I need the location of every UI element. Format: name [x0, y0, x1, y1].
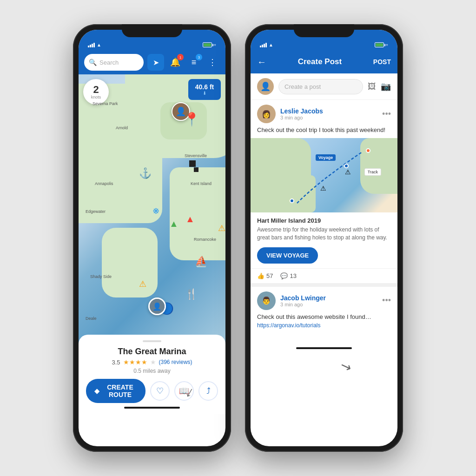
map-app-header: 🔍 Search ➤ 🔔 1 ≡ 3 ⋮ — [79, 50, 225, 74]
post-1-desc-text: Awesome trip for the holiday weekend wit… — [257, 226, 391, 242]
user-avatar-map-2: 👤 — [148, 298, 166, 315]
square-marker-1 — [189, 160, 196, 167]
post-2-time: 3 min ago — [280, 302, 377, 307]
map-label-arnold: Arnold — [116, 126, 128, 130]
post-2-avatar: 👨 — [257, 291, 276, 310]
signal-bar-1 — [88, 46, 89, 47]
post-2-main-text: Check out this awesome website I found… — [257, 313, 371, 320]
post-1-actions: 👍 57 💬 13 — [251, 268, 397, 283]
distance-text: 0.5 miles away — [86, 368, 218, 374]
status-icons-left-1: ▲ — [88, 42, 101, 47]
phone-social-inner: ▲ + ← Create Post POST 👤 — [251, 30, 397, 446]
warning-map-icon-2: ⚠ — [320, 185, 326, 192]
action-row: ◆ CREATE ROUTE ♡ 📖 ⤴ — [86, 379, 218, 403]
battery-plus-1: + — [214, 43, 216, 47]
back-btn[interactable]: ← — [257, 57, 266, 67]
user-avatar-img: 👤 — [257, 78, 274, 95]
route-diamond-icon: ◆ — [94, 387, 99, 395]
create-route-button[interactable]: ◆ CREATE ROUTE — [86, 379, 145, 403]
post-input-field[interactable]: Create a post — [278, 79, 363, 94]
post-2-more-btn[interactable]: ••• — [382, 296, 391, 305]
phone-social: ▲ + ← Create Post POST 👤 — [245, 24, 403, 452]
voyage-label: Voyage — [316, 154, 336, 161]
map-label-edgewater: Edgewater — [86, 209, 106, 214]
home-indicator-2 — [296, 347, 352, 349]
book-icon: 📖 — [179, 386, 189, 396]
share-icon: ⤴ — [206, 386, 211, 396]
buoy-red-icon: ▲ — [185, 214, 195, 225]
location-pin-icon: 📍 — [184, 112, 200, 127]
anchor-icon: ⚓ — [139, 167, 152, 179]
battery-fill-2 — [376, 43, 383, 46]
signal-bar-3 — [92, 44, 93, 47]
restaurant-icon: 🍴 — [185, 288, 198, 300]
like-count[interactable]: 👍 57 — [257, 272, 273, 279]
depth-value: 40.6 ft — [195, 83, 214, 91]
post-1-text: Check out the cool trip I took this past… — [251, 126, 397, 138]
image-btn[interactable]: 🖼 — [368, 82, 376, 92]
wifi-icon-1: ▲ — [97, 42, 101, 47]
notch-2 — [294, 24, 354, 37]
status-icons-left-2: ▲ — [260, 42, 273, 47]
search-placeholder: Search — [99, 59, 139, 66]
map-label-deale: Deale — [86, 316, 97, 321]
comment-number: 13 — [290, 272, 296, 279]
post-button[interactable]: POST — [373, 58, 391, 66]
handle-bar — [143, 340, 161, 342]
post-2-info: Jacob Lwinger 3 min ago — [280, 294, 377, 307]
depth-indicator: 40.6 ft ⬇ — [188, 79, 221, 100]
view-voyage-button[interactable]: VIEW VOYAGE — [257, 247, 318, 264]
bottom-panel: The Great Marina 3.5 ★★★★ ★ (396 reviews… — [79, 335, 225, 414]
notch-1 — [122, 24, 182, 37]
more-btn-1[interactable]: ⋮ — [205, 55, 220, 70]
nav-direction-btn[interactable]: ➤ — [147, 54, 164, 71]
warning-map-icon: ⚠ — [345, 168, 351, 176]
feed-scroll[interactable]: 👩 Leslie Jacobs 3 min ago ••• Check out … — [251, 100, 397, 446]
post-1-header: 👩 Leslie Jacobs 3 min ago ••• — [251, 100, 397, 126]
like-number: 57 — [266, 272, 273, 279]
map-label-severna: Severna Park — [93, 101, 118, 106]
depth-arrow: ⬇ — [203, 91, 206, 96]
battery-plus-2: + — [386, 43, 388, 47]
filter-badge: 3 — [196, 54, 202, 60]
post-2-name: Jacob Lwinger — [280, 294, 377, 302]
post-2-link[interactable]: https://argonav.io/tutorials — [257, 322, 321, 329]
camera-btn[interactable]: 📷 — [381, 81, 391, 92]
heart-icon: ♡ — [156, 386, 164, 396]
buoy-green-icon: ▲ — [169, 218, 178, 229]
favorite-button[interactable]: ♡ — [150, 381, 170, 401]
filter-btn[interactable]: ≡ 3 — [186, 55, 201, 70]
post-2-header: 👨 Jacob Lwinger 3 min ago ••• — [251, 287, 397, 313]
sailboat-icon: ⛵ — [195, 256, 207, 268]
wifi-icon-2: ▲ — [269, 42, 273, 47]
signal-bar-8 — [265, 43, 267, 47]
share-button[interactable]: ⤴ — [198, 381, 218, 401]
map-view[interactable]: 2 knots 40.6 ft ⬇ 👤 ⚓ ⎈ ▲ ▲ ⛵ ⚠ — [79, 74, 225, 344]
signal-bar-6 — [262, 45, 263, 47]
comment-count[interactable]: 💬 13 — [280, 272, 296, 279]
filter-icon: ≡ — [192, 58, 197, 67]
status-icons-right-1: + — [203, 42, 216, 47]
post-1-description: Hart Miller Island 2019 Awesome trip for… — [251, 212, 397, 245]
bell-badge: 1 — [177, 54, 184, 60]
map-label-annapolis: Annapolis — [95, 181, 113, 186]
map-label-stevensville: Stevensville — [185, 153, 207, 158]
search-icon: 🔍 — [89, 59, 97, 66]
social-app-header: ← Create Post POST — [251, 50, 397, 73]
bell-btn[interactable]: 🔔 1 — [168, 55, 183, 70]
speed-unit: knots — [91, 95, 101, 99]
comment-icon: 💬 — [280, 272, 288, 279]
signal-bar-4 — [93, 43, 95, 47]
post-1-more-btn[interactable]: ••• — [382, 109, 391, 119]
bookmark-button[interactable]: 📖 — [174, 381, 194, 401]
post-2-text: Check out this awesome website I found… … — [251, 313, 397, 333]
reviews-count: (396 reviews) — [159, 359, 192, 365]
warning-icon-1: ⚠ — [218, 223, 225, 233]
post-1-avatar-img: 👩 — [257, 105, 276, 123]
map-land-4 — [102, 228, 158, 298]
signal-bars-2 — [260, 43, 267, 47]
helm-icon: ⎈ — [153, 205, 159, 217]
search-bar[interactable]: 🔍 Search — [84, 54, 144, 71]
rating-value: 3.5 — [112, 359, 120, 366]
square-marker-2 — [194, 167, 198, 172]
